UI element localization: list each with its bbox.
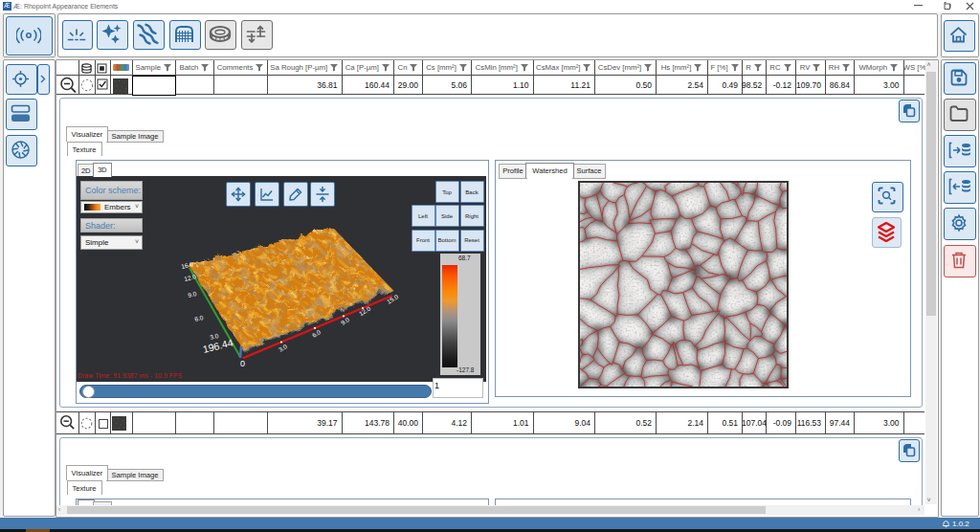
svg-text:196.44: 196.44 bbox=[201, 336, 234, 354]
svg-text:0: 0 bbox=[240, 359, 245, 368]
svg-text:6.0: 6.0 bbox=[193, 314, 204, 322]
svg-text:12.0: 12.0 bbox=[183, 273, 196, 282]
svg-text:12.0: 12.0 bbox=[357, 305, 371, 318]
svg-text:15.0: 15.0 bbox=[385, 293, 399, 305]
svg-text:9.0: 9.0 bbox=[187, 290, 197, 299]
